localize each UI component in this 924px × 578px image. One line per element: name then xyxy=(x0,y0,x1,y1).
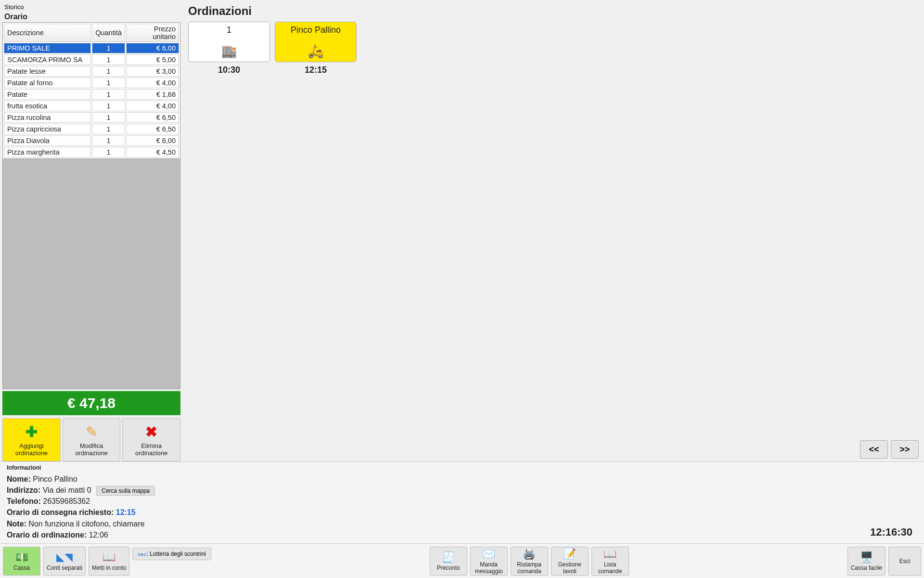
col-qty[interactable]: Quantità xyxy=(92,24,125,42)
manda-msg-label2: messaggio xyxy=(475,568,503,575)
table-row[interactable]: Patate lesse1€ 3,00 xyxy=(4,66,179,77)
order-card-time: 12:15 xyxy=(305,65,327,75)
orario-heading: Orario xyxy=(2,12,180,22)
pencil-icon: ✎ xyxy=(86,423,98,440)
table-row[interactable]: Pizza Diavola1€ 6,00 xyxy=(4,135,179,146)
order-card-time: 10:30 xyxy=(218,65,240,75)
cell-qty: 1 xyxy=(92,147,125,158)
info-phone-label: Telefono: xyxy=(7,497,41,505)
table-row[interactable]: SCAMORZA PRIMO SA1€ 5,00 xyxy=(4,54,179,65)
cassa-button[interactable]: 💵 Cassa xyxy=(3,547,40,576)
conti-separati-button[interactable]: ◣◥ Conti separati xyxy=(43,547,86,576)
table-row[interactable]: Pizza margherita1€ 4,50 xyxy=(4,147,179,158)
storico-link[interactable]: Storico xyxy=(2,2,180,12)
book-icon: 📖 xyxy=(103,551,116,564)
cell-price: € 6,00 xyxy=(126,135,179,146)
add-order-label2: ordinazione xyxy=(15,449,48,457)
delete-order-button[interactable]: ✖ Elimina ordinazione xyxy=(122,418,180,461)
info-delivery-value: 12:15 xyxy=(116,508,136,516)
cell-desc: Pizza rucolina xyxy=(4,112,91,123)
lottery-button[interactable]: ᴀʙᴄ|Lotteria degli scontrini xyxy=(132,548,211,560)
add-order-button[interactable]: ✚ Aggiungi ordinazione xyxy=(2,418,61,461)
cell-desc: SCAMORZA PRIMO SA xyxy=(4,54,91,65)
cell-desc: Patate lesse xyxy=(4,66,91,77)
info-name-label: Nome: xyxy=(7,475,31,483)
info-ordertime-label: Orario di ordinazione: xyxy=(7,531,87,539)
table-row[interactable]: Pizza rucolina1€ 6,50 xyxy=(4,112,179,123)
next-page-button[interactable]: >> xyxy=(891,440,919,459)
manda-messaggio-button[interactable]: ✉️ Manda messaggio xyxy=(470,547,508,576)
esci-button[interactable]: Esci xyxy=(888,547,921,576)
lista-label2: comande xyxy=(598,568,622,575)
edit-note-icon: 📝 xyxy=(563,548,576,560)
cell-price: € 5,00 xyxy=(126,54,179,65)
x-icon: ✖ xyxy=(145,423,157,440)
modify-order-label2: ordinazione xyxy=(75,449,107,457)
receipt-icon: 🧾 xyxy=(442,551,455,564)
info-note-value: Non funziona il citofono, chiamare xyxy=(28,520,144,528)
delete-order-label2: ordinazione xyxy=(135,449,167,457)
cassa-facile-label: Cassa facile xyxy=(851,565,882,571)
order-card[interactable]: Pinco Pallino🛵 xyxy=(275,22,357,62)
info-addr-label: Indirizzo: xyxy=(7,486,40,494)
cell-qty: 1 xyxy=(92,43,125,53)
store-icon: 🏬 xyxy=(221,44,237,59)
table-row[interactable]: Patate1€ 1,68 xyxy=(4,89,179,100)
col-price[interactable]: Prezzo unitario xyxy=(126,24,179,42)
order-card-title: 1 xyxy=(227,25,231,35)
order-card[interactable]: 1🏬 xyxy=(188,22,270,62)
modify-order-button[interactable]: ✎ Modifica ordinazione xyxy=(63,418,121,461)
add-order-label1: Aggiungi xyxy=(19,442,44,449)
gestione-tavoli-button[interactable]: 📝 Gestione tavoli xyxy=(551,547,589,576)
table-row[interactable]: Pizza capricciosa1€ 6,50 xyxy=(4,124,179,134)
cell-price: € 4,50 xyxy=(126,147,179,158)
cell-qty: 1 xyxy=(92,78,125,88)
metti-in-conto-button[interactable]: 📖 Metti in conto xyxy=(89,547,129,576)
gestione-label2: tavoli xyxy=(563,568,577,575)
cell-desc: Pizza margherita xyxy=(4,147,91,158)
barcode-icon: ᴀʙᴄ| xyxy=(138,552,148,557)
order-card-title: Pinco Pallino xyxy=(291,25,341,35)
gestione-label1: Gestione xyxy=(558,561,581,568)
col-desc[interactable]: Descrizione xyxy=(4,24,91,42)
cell-qty: 1 xyxy=(92,135,125,146)
ristampa-label1: Ristampa xyxy=(517,561,541,568)
esci-label: Esci xyxy=(899,558,911,565)
plus-icon: ✚ xyxy=(26,423,38,440)
cell-qty: 1 xyxy=(92,54,125,65)
ristampa-label2: comanda xyxy=(517,568,541,575)
info-addr-value: Via dei matti 0 xyxy=(43,486,91,494)
cell-qty: 1 xyxy=(92,89,125,100)
ristampa-comanda-button[interactable]: 🖨️ Ristampa comanda xyxy=(511,547,548,576)
cell-price: € 4,00 xyxy=(126,101,179,111)
cell-qty: 1 xyxy=(92,101,125,111)
cell-price: € 4,00 xyxy=(126,78,179,88)
cell-price: € 6,50 xyxy=(126,112,179,123)
total-bar: € 47,18 xyxy=(2,391,180,415)
cell-qty: 1 xyxy=(92,112,125,123)
table-row[interactable]: PRIMO SALE1€ 6,00 xyxy=(4,43,179,53)
modify-order-label1: Modifica xyxy=(80,442,103,449)
table-row[interactable]: frutta esotica1€ 4,00 xyxy=(4,101,179,111)
info-delivery-label: Orario di consegna richiesto: xyxy=(7,508,114,516)
info-header: Informazioni xyxy=(7,464,870,472)
split-icon: ◣◥ xyxy=(56,551,73,564)
metti-in-conto-label: Metti in conto xyxy=(92,565,126,571)
cassa-facile-button[interactable]: 🖥️ Cassa facile xyxy=(847,547,886,576)
cell-price: € 3,00 xyxy=(126,66,179,77)
clock: 12:16:30 xyxy=(870,526,917,540)
search-map-button[interactable]: Cerca sulla mappa xyxy=(96,486,155,496)
orders-title: Ordinazioni xyxy=(188,2,922,22)
cell-desc: Pizza Diavola xyxy=(4,135,91,146)
lista-comande-button[interactable]: 📖 Lista comande xyxy=(591,547,629,576)
table-row[interactable]: Patate al forno1€ 4,00 xyxy=(4,78,179,88)
info-note-label: Note: xyxy=(7,520,26,528)
items-table: Descrizione Quantità Prezzo unitario PRI… xyxy=(2,22,180,159)
info-panel: Informazioni Nome: Pinco Pallino Indiriz… xyxy=(7,464,870,540)
preconto-button[interactable]: 🧾 Preconto xyxy=(430,547,467,576)
cash-icon: 💵 xyxy=(15,551,28,564)
delete-order-label1: Elimina xyxy=(141,442,162,449)
monitor-icon: 🖥️ xyxy=(860,551,873,564)
prev-page-button[interactable]: << xyxy=(860,440,888,459)
preconto-label: Preconto xyxy=(437,565,460,571)
